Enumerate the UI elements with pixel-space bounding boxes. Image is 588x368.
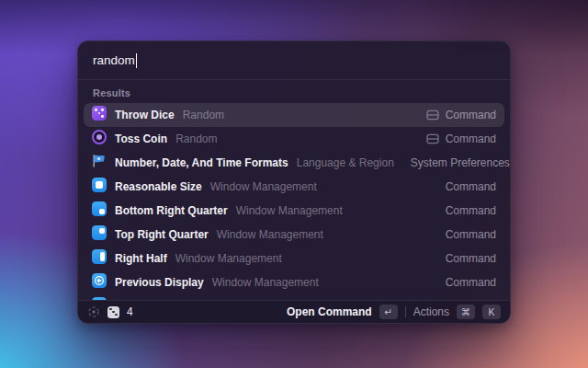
result-subtitle: Random [183, 109, 224, 121]
dice-result-value: 4 [127, 305, 133, 318]
results-list: Throw DiceRandomCommandToss CoinRandomCo… [78, 103, 510, 300]
result-row[interactable]: Number, Date, And Time FormatsLanguage &… [84, 151, 504, 175]
result-title: Bottom Right Quarter [115, 204, 228, 217]
result-subtitle: Window Management [210, 180, 317, 193]
result-row[interactable]: Reasonable SizeWindow ManagementCommand [84, 175, 504, 199]
coin-icon [92, 130, 107, 148]
result-title: Number, Date, And Time Formats [115, 156, 288, 169]
wm-reasonable-size-icon [92, 178, 107, 196]
result-row[interactable]: Right HalfWindow ManagementCommand [84, 247, 504, 270]
command-type-icon [426, 133, 439, 144]
raycast-logo-icon [87, 305, 100, 318]
wm-center-half-icon [92, 297, 107, 300]
footer-bar: 4 Open Command ↵ Actions ⌘ K [78, 300, 510, 323]
result-subtitle: Window Management [175, 252, 282, 265]
return-key-badge: ↵ [379, 305, 398, 319]
wm-right-half-icon [92, 249, 107, 268]
result-title: Previous Display [115, 276, 204, 289]
wm-bottom-right-quarter-icon [92, 201, 107, 220]
text-caret [136, 53, 138, 68]
result-type-label: Command [446, 228, 496, 241]
flag-icon [92, 154, 107, 172]
result-type-label: Command [446, 132, 496, 145]
result-row[interactable]: Bottom Right QuarterWindow ManagementCom… [84, 199, 504, 223]
search-query-text: random [93, 53, 135, 67]
results-section-header: Results [78, 80, 510, 103]
dice-icon [92, 106, 107, 124]
result-subtitle: Window Management [212, 276, 319, 289]
command-type-icon [426, 109, 439, 121]
open-command-button[interactable]: Open Command [287, 305, 372, 318]
result-row[interactable]: Top Right QuarterWindow ManagementComman… [84, 223, 504, 247]
result-type-label: Command [446, 252, 496, 265]
result-type-label: Command [446, 180, 496, 193]
dice-result-icon [107, 306, 119, 318]
result-subtitle: Language & Region [297, 156, 394, 169]
result-subtitle: Window Management [236, 204, 343, 217]
launcher-window: random Results Throw DiceRandomCommandTo… [77, 40, 511, 324]
result-title: Right Half [115, 252, 167, 265]
result-subtitle: Window Management [217, 228, 323, 241]
result-type-label: Command [446, 109, 496, 121]
footer-divider [405, 306, 406, 317]
result-type-label: System Preferences [411, 156, 510, 169]
result-type-label: Command [446, 204, 496, 217]
result-title: Top Right Quarter [115, 228, 209, 241]
result-row[interactable]: Previous DisplayWindow ManagementCommand [84, 270, 504, 294]
result-subtitle: Random [175, 132, 217, 145]
result-row[interactable]: Throw DiceRandomCommand [84, 103, 504, 127]
result-row[interactable]: Toss CoinRandomCommand [84, 127, 504, 151]
wm-previous-display-icon [92, 273, 107, 292]
result-title: Throw Dice [115, 109, 175, 121]
result-title: Reasonable Size [115, 180, 202, 193]
result-title: Toss Coin [115, 132, 167, 145]
command-key-badge: ⌘ [457, 305, 475, 319]
actions-button[interactable]: Actions [413, 305, 449, 318]
wm-top-right-quarter-icon [92, 225, 107, 244]
search-input[interactable]: random [78, 41, 510, 80]
k-key-badge: K [482, 305, 501, 319]
result-type-label: Command [446, 276, 496, 289]
